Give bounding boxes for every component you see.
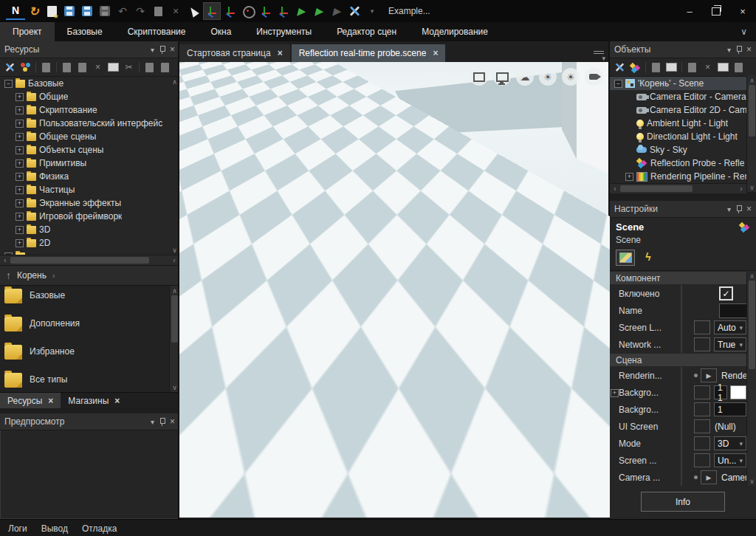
resources-tree-hscrollbar[interactable]: ‹ › [0, 255, 179, 265]
edit-doc-icon[interactable] [650, 62, 662, 73]
cloud-icon[interactable]: ☁ [516, 68, 534, 86]
section-header[interactable]: Компонент [610, 271, 746, 285]
expander-icon[interactable] [16, 213, 24, 221]
display-icon[interactable] [493, 68, 511, 86]
tree-item[interactable]: Объекты сцены [0, 143, 179, 157]
property-button[interactable] [694, 453, 710, 467]
expander-icon[interactable] [16, 186, 24, 194]
scene-viewport[interactable]: F2F3F4F5F6F7F8F1F2F3F4F5F6F7F8F1F2F3F4F5… [179, 62, 610, 518]
expander-icon[interactable] [16, 226, 24, 234]
tab-close-icon[interactable]: × [48, 396, 53, 406]
menu-overflow-icon[interactable]: ∨ [732, 22, 756, 41]
transform-tool-icon[interactable] [275, 3, 292, 19]
tab-list-menu-icon[interactable] [594, 50, 604, 58]
panel-dropdown-icon[interactable]: ▾ [151, 418, 154, 426]
right-splitter[interactable] [608, 41, 610, 519]
reflection-probe-icon[interactable] [630, 62, 641, 73]
copy-icon[interactable] [733, 62, 744, 73]
move-tool-icon[interactable] [203, 2, 221, 20]
restore-button[interactable] [703, 0, 729, 22]
rotate-tool-icon[interactable] [222, 3, 238, 19]
save-icon[interactable] [61, 3, 78, 19]
background-color-value[interactable]: 1 1 [714, 385, 727, 399]
floating-small-sphere[interactable] [373, 378, 384, 389]
menu-item[interactable]: Скриптование [115, 22, 199, 41]
tree-item[interactable]: Пользовательский интерфейс [0, 117, 179, 130]
tree-item[interactable]: Примитивы [0, 157, 179, 170]
property-button[interactable] [694, 436, 710, 450]
tab-close-icon[interactable]: × [433, 48, 438, 58]
orbit-tool-icon[interactable] [240, 3, 256, 19]
play-icon[interactable] [293, 3, 309, 19]
menu-item[interactable]: Моделирование [409, 22, 501, 41]
expander-icon[interactable] [625, 173, 633, 181]
status-bar-item[interactable]: Вывод [41, 523, 68, 534]
chrome-sphere-left[interactable] [205, 151, 287, 233]
tree-item[interactable]: 3D [0, 223, 179, 236]
bottom-tab[interactable]: Ресурсы × [0, 393, 61, 408]
tools-icon[interactable] [346, 3, 362, 19]
panel-close-icon[interactable]: × [746, 204, 752, 214]
screen-label-dropdown[interactable]: Auto▾ [714, 320, 746, 334]
tree-item[interactable]: Физика [0, 170, 179, 183]
pin-icon[interactable] [736, 46, 741, 54]
menu-item[interactable]: Инструменты [244, 22, 324, 41]
panel-dropdown-icon[interactable]: ▾ [727, 46, 731, 54]
panel-close-icon[interactable]: × [170, 44, 175, 55]
import-resource-icon[interactable] [77, 62, 88, 73]
window-icon[interactable] [666, 62, 677, 73]
tab-close-icon[interactable]: × [114, 396, 120, 406]
document-tab[interactable]: Reflection real-time probe.scene × [292, 44, 446, 62]
tree-item[interactable]: Игровой фреймворк [0, 210, 179, 223]
minimize-button[interactable]: – [676, 0, 703, 22]
expander-icon[interactable]: + [611, 389, 619, 397]
menu-item[interactable]: Базовые [55, 22, 115, 41]
tree-item[interactable]: 2D [0, 236, 179, 250]
tree-item[interactable]: Частицы [0, 183, 179, 196]
settings-wrench-icon[interactable] [4, 62, 16, 73]
status-bar-item[interactable]: Логи [8, 523, 27, 534]
object-tree-item[interactable]: Directional Light - Light [610, 130, 746, 143]
object-tree-item[interactable]: Rendering Pipeline - Rer [610, 170, 746, 183]
expander-icon[interactable] [16, 199, 24, 207]
reference-play-button[interactable]: ▶ [701, 470, 717, 484]
step-icon[interactable] [329, 3, 345, 19]
mode-dropdown[interactable]: 3D▾ [714, 436, 746, 450]
pin-icon[interactable] [159, 46, 165, 54]
property-button[interactable] [694, 402, 710, 416]
delete-icon[interactable]: × [702, 62, 713, 73]
watermark-link[interactable]: www.historian.by [187, 494, 264, 506]
paste-icon[interactable] [159, 62, 171, 73]
copy-icon[interactable] [144, 62, 155, 73]
expander-icon[interactable] [16, 106, 24, 114]
pin-icon[interactable] [736, 205, 741, 213]
up-folder-icon[interactable]: ↑ [6, 269, 11, 281]
pin-icon[interactable] [159, 418, 165, 426]
tab-events[interactable]: ϟ [639, 250, 657, 264]
save-all-icon[interactable] [97, 3, 113, 19]
section-header[interactable]: Сцена [610, 353, 746, 367]
reference-play-button[interactable]: ▶ [701, 368, 717, 382]
object-tree-item[interactable]: 'Корень' - Scene [610, 77, 746, 90]
tab-properties[interactable] [616, 250, 635, 266]
object-tree-item[interactable]: Camera Editor - Camera [610, 90, 746, 103]
scale-tool-icon[interactable] [258, 3, 274, 19]
expander-icon[interactable] [16, 146, 24, 154]
new-resource-icon[interactable] [61, 62, 72, 73]
object-tree-item[interactable]: Camera Editor 2D - Cam [610, 103, 746, 117]
color-swatch[interactable] [730, 385, 746, 399]
property-button[interactable] [694, 419, 710, 433]
status-bar-item[interactable]: Отладка [82, 523, 117, 534]
info-button[interactable]: Info [641, 492, 725, 512]
settings-vscrollbar[interactable]: ∧ ∨ [746, 271, 756, 486]
object-tree-item[interactable]: Sky - Sky [610, 143, 746, 157]
new-object-icon[interactable] [687, 62, 698, 73]
folder-list-item[interactable]: Избранное [0, 342, 179, 370]
sun-icon[interactable]: ☀ [562, 68, 580, 86]
close-button[interactable]: × [729, 0, 756, 22]
tree-item[interactable]: Базовые [0, 77, 179, 90]
grey-cube[interactable] [482, 162, 516, 192]
panel-close-icon[interactable]: × [170, 416, 175, 427]
folder-list-item[interactable]: Дополнения [0, 314, 179, 342]
left-splitter[interactable] [178, 41, 179, 519]
